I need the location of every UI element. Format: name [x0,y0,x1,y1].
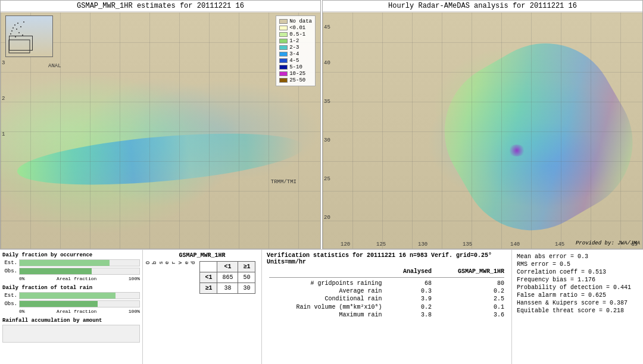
bar-axis-1: 0% Areal fraction 100% [2,276,140,281]
lon-140: 140 [510,241,520,247]
chart-title-1: Daily fraction by occurrence [2,252,140,258]
legend-color-001 [279,26,288,30]
lon-145: 145 [555,241,564,247]
header-analysed: Analysed [387,268,434,275]
lat-20: 20 [324,215,330,221]
provided-by-label: Provided by: JWA/JMA [576,240,640,246]
contingency-table-wrapper: <1 ≥1 <1 865 50 ≥1 [199,261,255,294]
lon-125: 125 [376,241,386,247]
bar-fill-obs-1 [20,268,92,274]
legend-label-001: <0.01 [289,25,305,31]
stats-row-rainvol: Rain volume (mm*km²x10⁶) 0.2 0.1 [267,303,507,311]
legend-1-2: 1-2 [279,38,312,44]
obs-label-2: Obs. [2,301,17,307]
charts-panel: Daily fraction by occurrence Est. Obs. 0… [0,250,143,364]
legend-nodata: No data [279,18,312,24]
anal-label: ANAL [48,63,61,69]
col-header-lt1: <1 [217,262,238,272]
verification-table: Analysed GSMAP_MWR_1HR # gridpoints rain… [267,268,507,319]
val2-avgrain: 0.2 [434,287,507,295]
inset-scatter [6,16,53,57]
chart-title-2: Daily fraction of total rain [2,285,140,291]
bottom-row: Daily fraction by occurrence Est. Obs. 0… [0,250,643,364]
axis-label-2: Areal fraction [57,309,96,314]
contingency-table: <1 ≥1 <1 865 50 ≥1 [199,261,255,294]
lat-45: 45 [324,24,330,30]
verification-title: Verification statistics for 20111221 16 … [267,252,507,265]
lon-135: 135 [463,241,472,247]
observed-label: Observed [145,261,196,264]
val1-rainvol: 0.2 [387,303,434,311]
svg-point-2 [13,27,14,29]
contingency-row-1: <1 865 50 [200,272,255,283]
val2-gridpoints: 80 [434,280,507,287]
lat-label-1: 1 [2,131,5,137]
row-header-gte1: ≥1 [200,283,217,294]
metric-1: RMS error = 0.5 [517,261,638,268]
stats-divider-row [267,275,507,280]
stats-header-row: Analysed GSMAP_MWR_1HR [267,268,507,275]
metric-2: Correlation coeff = 0.513 [517,269,638,275]
legend-color-1-2 [279,39,288,43]
svg-point-3 [16,29,17,30]
obs-label-1: Obs. [2,268,17,274]
legend-10-25: 10-25 [279,71,312,77]
axis-0pct-2: 0% [19,309,25,314]
lat-25: 25 [324,176,330,182]
bar-row-est-2: Est. [2,292,140,299]
legend-05-1: 0.5-1 [279,32,312,37]
top-row: GSMAP_MWR_1HR estimates for 20111221 16 [0,0,643,250]
svg-point-7 [10,33,11,34]
trmm-label: TRMM/TMI [271,179,296,185]
lat-30: 30 [324,137,330,143]
val1-maxrain: 3.8 [387,311,434,319]
col-header-gte1: ≥1 [238,262,255,272]
legend-001: <0.01 [279,25,312,31]
left-map-title: GSMAP_MWR_1HR estimates for 20111221 16 [1,1,320,12]
legend-label-25-50: 25-50 [289,77,305,83]
stats-row-maxrain: Maximum rain 3.8 3.6 [267,311,507,319]
cell-r1c1: 865 [217,272,238,283]
val1-condrain: 3.9 [387,295,434,303]
axis-100pct-2: 100% [129,309,140,314]
legend-label-2-3: 2-3 [289,45,299,51]
legend-color-5-10 [279,65,288,70]
stats-row-gridpoints: # gridpoints raining 68 80 [267,280,507,287]
axis-0pct-1: 0% [19,276,25,281]
lon-120: 120 [341,241,350,247]
bar-axis-2: 0% Areal fraction 100% [2,309,140,314]
legend-label-10-25: 10-25 [289,71,305,77]
right-map-panel: Hourly Radar-AMeDAS analysis for 2011122… [322,0,643,249]
val2-condrain: 2.5 [434,295,507,303]
right-grid-lines [323,12,642,249]
bar-row-obs-2: Obs. [2,300,140,307]
svg-rect-11 [9,40,30,53]
svg-point-5 [11,30,13,32]
legend-25-50: 25-50 [279,77,312,83]
legend-color-nodata [279,19,288,24]
stats-row-condrain: Conditional rain 3.9 2.5 [267,295,507,303]
bar-container-obs-2 [19,300,140,307]
legend-color-10-25 [279,71,288,76]
est-label-2: Est. [2,293,17,299]
svg-point-1 [17,23,18,24]
chart-title-3: Rainfall accumulation by amount [2,318,140,324]
bar-row-est-1: Est. [2,259,140,266]
lat-label-3: 3 [2,60,5,66]
contingency-panel: GSMAP_MWR_1HR Observed <1 ≥1 [143,250,262,364]
header-empty [267,268,387,275]
obs-side: Observed [145,261,198,264]
legend-5-10: 5-10 [279,64,312,70]
axis-label-1: Areal fraction [57,276,96,281]
left-map-panel: GSMAP_MWR_1HR estimates for 20111221 16 [0,0,321,249]
legend-label-3-4: 3-4 [289,51,299,57]
cell-r1c2: 50 [238,272,255,283]
header-gsmap: GSMAP_MWR_1HR [434,268,507,275]
bar-chart-2: Est. Obs. 0% Areal fraction 100% [2,292,140,314]
metric-7: Equitable threat score = 0.218 [517,307,638,314]
metric-0: Mean abs error = 0.3 [517,253,638,260]
bar-fill-obs-2 [20,301,98,307]
legend: No data <0.01 0.5-1 1-2 2-3 [276,15,316,86]
legend-4-5: 4-5 [279,58,312,64]
metric-6: Hanssen & Kuipers score = 0.387 [517,300,638,306]
